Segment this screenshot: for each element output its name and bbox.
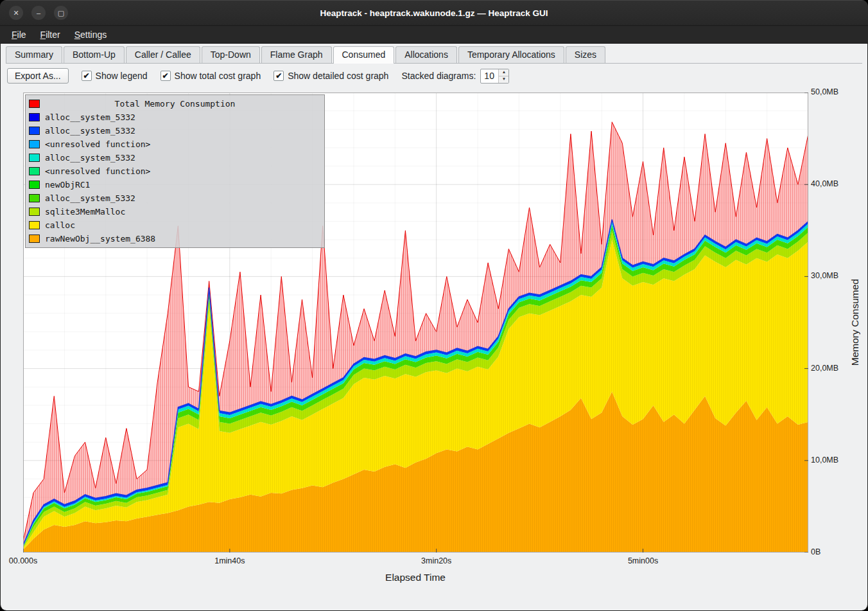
- x-tick-label: 00.000s: [9, 556, 37, 565]
- y-axis-title-wrap: Memory Consumed: [846, 93, 865, 553]
- legend-entry: <unresolved function>: [29, 137, 321, 151]
- legend-entry-label: alloc__system_5332: [45, 126, 135, 136]
- stacked-diagrams-value: 10: [481, 69, 498, 83]
- legend-entry-label: alloc__system_5332: [45, 153, 135, 163]
- tab-bar: SummaryBottom-UpCaller / CalleeTop-DownF…: [6, 46, 862, 64]
- legend-color-swatch: [29, 208, 40, 216]
- minimize-icon: –: [37, 9, 40, 17]
- legend-entry-label: <unresolved function>: [45, 166, 150, 176]
- checkbox-box-icon: ✔: [273, 71, 284, 81]
- main-content: SummaryBottom-UpCaller / CalleeTop-DownF…: [1, 44, 867, 610]
- legend-entry-label: alloc__system_5332: [45, 193, 135, 203]
- tab-top-down[interactable]: Top-Down: [202, 46, 260, 63]
- chevron-down-icon: ▼: [502, 77, 506, 82]
- maximize-icon: ▢: [58, 9, 64, 17]
- y-tick-label: 20,0MB: [811, 364, 847, 373]
- legend-title: Total Memory Consumption: [45, 99, 305, 109]
- x-tick-label: 3min20s: [421, 556, 451, 565]
- legend-color-swatch: [29, 140, 40, 148]
- y-tick-label: 10,0MB: [811, 456, 847, 465]
- legend-entry-label: newObjRC1: [45, 180, 90, 190]
- legend-color-swatch: [29, 127, 40, 135]
- legend-color-swatch: [29, 113, 40, 121]
- legend-entry-label: calloc: [45, 220, 75, 230]
- legend-entry: alloc__system_5332: [29, 124, 321, 137]
- legend-entry: alloc__system_5332: [29, 151, 321, 164]
- spin-up-button[interactable]: ▲: [499, 69, 508, 76]
- show-total-cost-graph-checkbox[interactable]: ✔Show total cost graph: [161, 71, 261, 81]
- checkbox-box-icon: ✔: [161, 71, 171, 81]
- legend-entry: alloc__system_5332: [29, 191, 321, 205]
- close-button[interactable]: ✕: [9, 6, 23, 20]
- chart-toolbar: Export As... ✔Show legend✔Show total cos…: [7, 67, 861, 85]
- maximize-button[interactable]: ▢: [54, 6, 68, 20]
- legend-entry-label: rawNewObj__system_6388: [45, 234, 155, 244]
- y-axis-title: Memory Consumed: [849, 279, 861, 366]
- checkbox-label: Show detailed cost graph: [288, 71, 388, 81]
- legend-color-swatch: [29, 154, 40, 162]
- y-tick-label: 30,0MB: [811, 271, 847, 280]
- stacked-diagrams-group: Stacked diagrams: 10 ▲ ▼: [401, 69, 509, 84]
- tab-sizes[interactable]: Sizes: [566, 46, 605, 63]
- legend-entry: alloc__system_5332: [29, 111, 321, 124]
- stacked-diagrams-label: Stacked diagrams:: [401, 71, 476, 81]
- legend-entry: calloc: [29, 218, 321, 232]
- legend-color-swatch: [29, 235, 40, 243]
- checkbox-group: ✔Show legend✔Show total cost graph✔Show …: [82, 71, 389, 81]
- y-tick-label: 0B: [811, 547, 847, 556]
- y-tick-label: 50,0MB: [811, 87, 847, 96]
- tab-consumed[interactable]: Consumed: [333, 46, 395, 64]
- tab-caller-callee[interactable]: Caller / Callee: [126, 46, 200, 63]
- heaptrack-window: ✕ – ▢ Heaptrack - heaptrack.wakunode.1.g…: [0, 0, 868, 611]
- x-axis-title: Elapsed Time: [385, 572, 446, 583]
- spin-buttons: ▲ ▼: [498, 69, 508, 83]
- legend-color-swatch: [29, 167, 40, 175]
- chevron-up-icon: ▲: [502, 70, 506, 75]
- y-tick-label: 40,0MB: [811, 179, 847, 188]
- minimize-button[interactable]: –: [31, 6, 46, 20]
- legend-entry-label: <unresolved function>: [45, 139, 150, 149]
- checkbox-label: Show total cost graph: [175, 71, 261, 81]
- tab-summary[interactable]: Summary: [6, 46, 62, 63]
- tab-flame-graph[interactable]: Flame Graph: [261, 46, 332, 63]
- legend-title-row: Total Memory Consumption: [29, 97, 321, 111]
- chart-legend: Total Memory Consumptionalloc__system_53…: [25, 94, 325, 248]
- window-controls: ✕ – ▢: [9, 1, 68, 25]
- show-legend-checkbox[interactable]: ✔Show legend: [82, 71, 148, 81]
- legend-entry-label: sqlite3MemMalloc: [45, 207, 125, 217]
- menu-file[interactable]: File: [5, 28, 33, 42]
- legend-color-swatch: [29, 100, 40, 108]
- spin-down-button[interactable]: ▼: [499, 76, 508, 83]
- checkbox-box-icon: ✔: [82, 71, 92, 81]
- tab-allocations[interactable]: Allocations: [395, 46, 457, 63]
- checkbox-label: Show legend: [96, 71, 148, 81]
- legend-entry: sqlite3MemMalloc: [29, 205, 321, 218]
- x-tick-label: 5min00s: [628, 556, 658, 565]
- legend-entry: rawNewObj__system_6388: [29, 232, 321, 245]
- titlebar: ✕ – ▢ Heaptrack - heaptrack.wakunode.1.g…: [0, 0, 868, 26]
- stacked-diagrams-spinbox[interactable]: 10 ▲ ▼: [480, 69, 509, 84]
- show-detailed-cost-graph-checkbox[interactable]: ✔Show detailed cost graph: [273, 71, 388, 81]
- legend-entry: <unresolved function>: [29, 164, 321, 178]
- menubar: FileFilterSettings: [0, 26, 868, 44]
- x-tick-label: 1min40s: [214, 556, 245, 565]
- window-title: Heaptrack - heaptrack.wakunode.1.gz — He…: [0, 1, 868, 25]
- legend-color-swatch: [29, 221, 40, 229]
- legend-entry-label: alloc__system_5332: [45, 112, 135, 122]
- export-as-button[interactable]: Export As...: [7, 68, 69, 84]
- chart-area: Total Memory Consumptionalloc__system_53…: [1, 86, 867, 610]
- menu-filter[interactable]: Filter: [34, 28, 67, 42]
- close-icon: ✕: [13, 9, 19, 17]
- tab-temporary-allocations[interactable]: Temporary Allocations: [458, 46, 564, 63]
- legend-color-swatch: [29, 194, 40, 202]
- legend-color-swatch: [29, 181, 40, 189]
- tab-bottom-up[interactable]: Bottom-Up: [64, 46, 125, 63]
- legend-entry: newObjRC1: [29, 178, 321, 191]
- menu-settings[interactable]: Settings: [68, 28, 114, 42]
